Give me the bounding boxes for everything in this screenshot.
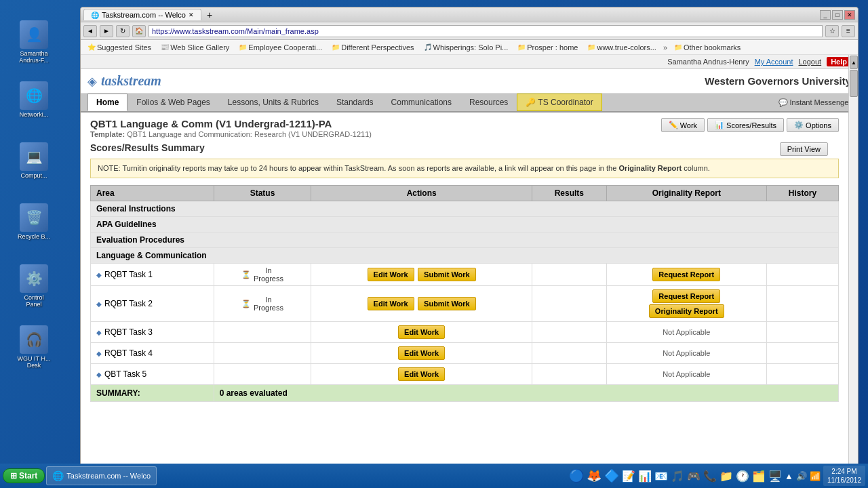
options-button[interactable]: ⚙️ Options xyxy=(787,118,839,132)
logout-link[interactable]: Logout xyxy=(799,58,822,66)
scrollbar[interactable]: ▲ xyxy=(848,55,858,481)
start-button[interactable]: ⊞ Start xyxy=(3,468,45,483)
task-name-cell: ◆ QBT Task 5 xyxy=(91,364,214,385)
request-report-button[interactable]: Request Report xyxy=(652,289,720,303)
bookmarks-bar: ⭐ Suggested Sites 📰 Web Slice Gallery 📁 … xyxy=(81,40,858,55)
nav-ts-coordinator[interactable]: 🔑 TS Coordinator xyxy=(517,94,601,111)
bookmark-employee[interactable]: 📁 Employee Cooperati... xyxy=(236,43,325,52)
forward-button[interactable]: ► xyxy=(100,25,113,37)
table-row: ◆ QBT Task 5 Edit Work Not Applicable xyxy=(91,364,839,385)
media-icon[interactable]: 🎵 xyxy=(671,470,684,483)
ie-icon[interactable]: 🔷 xyxy=(604,468,619,483)
tab-close-icon[interactable]: ✕ xyxy=(189,12,194,18)
taskbar-item-browser[interactable]: 🌐 Taskstream.com -- Welco xyxy=(46,466,157,485)
folder-icon-4: 📁 xyxy=(587,43,595,51)
col-originality: Originality Report xyxy=(606,186,766,201)
edit-work-button[interactable]: Edit Work xyxy=(368,297,414,310)
submit-work-button[interactable]: Submit Work xyxy=(418,268,476,281)
tray-expand[interactable]: ▲ xyxy=(785,471,793,481)
volume-icon[interactable]: 🔊 xyxy=(796,471,807,481)
results-cell xyxy=(532,264,606,286)
address-bar[interactable]: https://www.taskstream.com/Main/main_fra… xyxy=(149,25,823,37)
close-button[interactable]: ✕ xyxy=(844,10,855,20)
bookmark-other[interactable]: 📁 Other bookmarks xyxy=(671,43,743,52)
chrome-icon[interactable]: 🔵 xyxy=(569,468,584,483)
edit-work-button[interactable]: Edit Work xyxy=(368,268,414,281)
help-btn[interactable]: Help xyxy=(827,57,851,66)
folder-icon-5: 📁 xyxy=(674,43,682,51)
title-bar: 🌐 Taskstream.com -- Welco ✕ + _ □ ✕ xyxy=(81,7,858,22)
bookmark-prosper[interactable]: 📁 Prosper : home xyxy=(515,43,580,52)
bookmark-truecolors[interactable]: 📁 www.true-colors... xyxy=(585,43,658,52)
folder-icon[interactable]: 📁 xyxy=(719,470,733,483)
files-icon[interactable]: 🗂️ xyxy=(752,470,766,483)
originality-cell: Request Report Originality Report xyxy=(606,286,766,322)
clock-icon[interactable]: 🕐 xyxy=(736,470,749,483)
edit-work-button[interactable]: Edit Work xyxy=(398,346,445,360)
section-label: Language & Communication xyxy=(91,248,839,264)
section-label: APA Guidelines xyxy=(91,217,839,232)
phone-icon[interactable]: 📞 xyxy=(703,470,717,483)
home-button[interactable]: 🏠 xyxy=(132,25,146,37)
my-account-link[interactable]: My Account xyxy=(755,58,793,66)
scroll-up-arrow[interactable]: ▲ xyxy=(850,56,858,69)
app-header: ◈ taskstream Western Governors Universit… xyxy=(81,69,858,94)
refresh-button[interactable]: ↻ xyxy=(116,25,130,37)
request-report-button[interactable]: Request Report xyxy=(652,268,720,281)
title-block: QBT1 Language & Comm (V1 Undergrad-1211)… xyxy=(90,118,372,138)
edit-work-button[interactable]: Edit Work xyxy=(398,325,445,339)
desktop-icon-network[interactable]: 🌐 Networki... xyxy=(7,81,61,118)
nav-home[interactable]: Home xyxy=(87,94,127,111)
nav-lessons[interactable]: Lessons, Units & Rubrics xyxy=(219,94,328,111)
back-button[interactable]: ◄ xyxy=(83,25,97,37)
bookmark-whisperings[interactable]: 🎵 Whisperings: Solo Pi... xyxy=(421,43,511,52)
app-icon-1[interactable]: 🎮 xyxy=(687,470,701,483)
word-icon[interactable]: 📝 xyxy=(622,470,635,483)
nav-communications[interactable]: Communications xyxy=(382,94,460,111)
new-tab-button[interactable]: + xyxy=(204,9,215,20)
excel-icon[interactable]: 📊 xyxy=(638,470,652,483)
desktop-icon-wgu-it[interactable]: 🎧 WGU IT H...Desk xyxy=(7,325,61,369)
star-button[interactable]: ☆ xyxy=(825,25,839,37)
actions-cell: Edit Work xyxy=(311,343,532,364)
bookmark-perspectives[interactable]: 📁 Different Perspectives xyxy=(329,43,416,52)
desktop-icon-computer[interactable]: 💻 Comput... xyxy=(7,142,61,179)
show-desktop-icon[interactable]: 🖥️ xyxy=(768,470,782,483)
account-bar: Samantha Andrus-Henry My Account Logout … xyxy=(81,55,858,69)
mail-icon[interactable]: 📧 xyxy=(654,470,668,483)
originality-cell: Request Report xyxy=(606,264,766,286)
history-cell xyxy=(766,343,838,364)
network-icon[interactable]: 📶 xyxy=(810,471,821,481)
nav-standards[interactable]: Standards xyxy=(328,94,382,111)
section-general-instructions: General Instructions xyxy=(91,201,839,217)
maximize-button[interactable]: □ xyxy=(832,10,843,20)
windows-icon: ⊞ xyxy=(10,471,17,481)
nav-resources[interactable]: Resources xyxy=(460,94,517,111)
menu-button[interactable]: ≡ xyxy=(842,25,855,37)
history-cell xyxy=(766,264,838,286)
col-results: Results xyxy=(532,186,606,201)
bookmark-webslice[interactable]: 📰 Web Slice Gallery xyxy=(158,43,232,52)
nav-folios[interactable]: Folios & Web Pages xyxy=(127,94,219,111)
section-label: General Instructions xyxy=(91,201,839,217)
not-applicable-label: Not Applicable xyxy=(663,328,710,336)
scores-results-button[interactable]: 📊 Scores/Results xyxy=(707,118,784,132)
scroll-thumb[interactable] xyxy=(850,70,858,97)
desktop-icon-samantha[interactable]: 👤 SamanthaAndrus-F... xyxy=(7,20,61,64)
submit-work-button[interactable]: Submit Work xyxy=(418,297,476,310)
originality-report-button[interactable]: Originality Report xyxy=(649,304,724,318)
system-clock[interactable]: 2:24 PM 11/16/2012 xyxy=(823,466,865,486)
firefox-icon[interactable]: 🦊 xyxy=(587,468,601,483)
username: Samantha Andrus-Henry xyxy=(667,58,749,66)
bookmark-suggested[interactable]: ⭐ Suggested Sites xyxy=(85,43,154,52)
task-name-label: RQBT Task 1 xyxy=(104,270,153,279)
edit-work-button[interactable]: Edit Work xyxy=(398,367,445,381)
work-button[interactable]: ✏️ Work xyxy=(661,118,705,132)
desktop-icon-recycle[interactable]: 🗑️ Recycle B... xyxy=(7,203,61,240)
print-view-button[interactable]: Print View xyxy=(780,142,828,156)
desktop-icon-control-panel[interactable]: ⚙️ ControlPanel xyxy=(7,264,61,308)
instant-messenger-btn[interactable]: 💬 Instant Messenger xyxy=(778,98,852,107)
minimize-button[interactable]: _ xyxy=(820,10,831,20)
more-bookmarks[interactable]: » xyxy=(663,43,667,52)
browser-tab[interactable]: 🌐 Taskstream.com -- Welco ✕ xyxy=(83,9,201,20)
